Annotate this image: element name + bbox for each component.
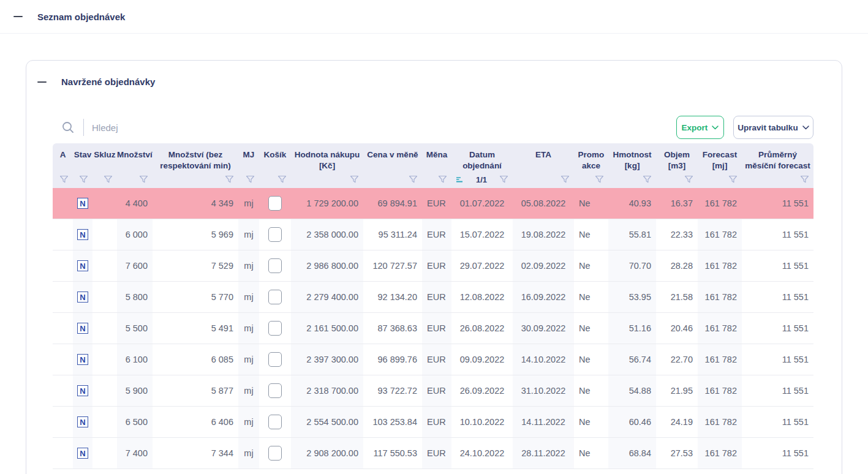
cell-kosik [259,282,291,312]
filter-cell-6 [238,171,259,188]
cell-objem: 16.37 [656,188,698,219]
export-button[interactable]: Export [676,116,724,139]
filter-funnel-icon[interactable] [728,175,738,184]
status-n-icon: N [77,416,88,427]
basket-checkbox[interactable] [268,321,282,336]
collapse-icon[interactable] [13,16,23,17]
column-header-10[interactable]: Měna [422,143,451,171]
status-n-icon: N [77,229,88,240]
cell-prumerny: 11 551 [742,313,813,344]
filter-funnel-icon[interactable] [643,175,652,184]
table-row[interactable]: N5 8005 770mj2 279 400.0092 134.20EUR12.… [53,282,813,313]
filter-funnel-icon[interactable] [438,175,447,184]
column-header-label: Promo akce [574,149,608,171]
filter-funnel-icon[interactable] [350,175,359,184]
filter-funnel-icon[interactable] [409,175,418,184]
status-n-icon: N [77,292,88,303]
cell-mnozstvi: 6 000 [117,219,153,250]
filter-funnel-icon[interactable] [800,175,809,184]
column-header-4[interactable]: Množství [117,143,153,171]
table-row[interactable]: N5 5005 491mj2 161 500.0087 368.63EUR26.… [53,313,813,344]
cell-forecast: 161 782 [698,282,742,312]
cell-empty [53,188,73,219]
basket-checkbox[interactable] [268,196,282,211]
cell-datum: 26.09.2022 [451,375,513,406]
sort-icon[interactable] [456,176,464,183]
column-header-2[interactable]: Stav [73,143,92,171]
filter-funnel-icon[interactable] [684,175,693,184]
cell-mena: EUR [422,407,451,437]
basket-checkbox[interactable] [268,290,282,304]
column-header-1[interactable]: A [53,143,73,171]
filter-funnel-icon[interactable] [499,175,508,184]
filter-funnel-icon[interactable] [246,175,255,184]
filter-funnel-icon[interactable] [595,175,604,184]
column-header-16[interactable]: Forecast [mj] [698,143,742,171]
table-row[interactable]: N6 5006 406mj2 554 500.00103 253.84EUR10… [53,407,813,438]
filter-funnel-icon[interactable] [59,175,69,184]
basket-checkbox[interactable] [268,415,282,429]
column-header-label: Skluz [94,149,115,160]
column-header-17[interactable]: Průměrný měsíční forecast [742,143,813,171]
cell-prumerny: 11 551 [742,438,813,468]
table-header: AStavSkluzMnožstvíMnožství (bez respekto… [53,143,813,188]
cell-datum: 09.09.2022 [451,344,513,375]
basket-checkbox[interactable] [268,227,282,242]
basket-checkbox[interactable] [268,258,282,273]
cell-cena: 120 727.57 [363,250,422,281]
cell-stav: N [73,282,92,312]
column-header-12[interactable]: ETA [513,143,574,171]
filter-funnel-icon[interactable] [79,175,88,184]
filter-funnel-icon[interactable] [139,175,148,184]
cell-hodnota: 2 279 400.00 [291,282,363,312]
cell-eta: 05.08.2022 [513,188,574,219]
column-header-6[interactable]: MJ [238,143,259,171]
cell-mena: EUR [422,219,451,250]
column-header-7[interactable]: Košík [259,143,291,171]
cell-mnozstvi_bez: 4 349 [153,188,238,219]
cell-cena: 96 899.76 [363,344,422,375]
filter-funnel-icon[interactable] [225,175,234,184]
cell-mena: EUR [422,344,451,375]
basket-checkbox[interactable] [268,352,282,367]
cell-prumerny: 11 551 [742,407,813,437]
filter-funnel-icon[interactable] [104,175,113,184]
cell-mj: mj [238,438,259,468]
table-row[interactable]: N7 4007 344mj2 908 200.00117 550.53EUR24… [53,438,813,469]
cell-forecast: 161 782 [698,313,742,344]
cell-eta: 14.11.2022 [513,407,574,437]
basket-checkbox[interactable] [268,446,282,461]
cell-objem: 28.28 [656,250,698,281]
cell-stav: N [73,375,92,406]
filter-cell-15 [656,171,698,188]
table-row[interactable]: N5 9005 877mj2 318 700.0093 722.72EUR26.… [53,375,813,407]
filter-funnel-icon[interactable] [277,175,287,184]
cell-hmotnost: 56.74 [608,344,656,375]
table-row[interactable]: N4 4004 349mj1 729 200.0069 894.91EUR01.… [53,188,813,219]
table-toolbar: Export Upravit tabulku [53,111,813,143]
cell-stav: N [73,344,92,375]
cell-forecast: 161 782 [698,188,742,219]
column-header-8[interactable]: Hodnota nákupu [Kč] [291,143,363,171]
filter-funnel-icon[interactable] [560,175,570,184]
column-header-11[interactable]: Datum objednání [451,143,513,171]
edit-table-button[interactable]: Upravit tabulku [733,116,813,139]
column-header-13[interactable]: Promo akce [574,143,608,171]
table-row[interactable]: N7 6007 529mj2 986 800.00120 727.57EUR29… [53,250,813,282]
column-header-3[interactable]: Skluz [92,143,117,171]
search-input[interactable] [92,122,276,133]
basket-checkbox[interactable] [268,383,282,398]
cell-hodnota: 2 161 500.00 [291,313,363,344]
cell-kosik [259,219,291,250]
filter-cell-14 [608,171,656,188]
cell-promo: Ne [574,219,608,250]
table-row[interactable]: N6 1006 085mj2 397 300.0096 899.76EUR09.… [53,344,813,375]
cell-mj: mj [238,375,259,406]
cell-mj: mj [238,219,259,250]
column-header-5[interactable]: Množství (bez respektování min) [153,143,238,171]
column-header-9[interactable]: Cena v měně [363,143,422,171]
column-header-15[interactable]: Objem [m3] [656,143,698,171]
column-header-14[interactable]: Hmotnost [kg] [608,143,656,171]
panel-collapse-icon[interactable] [37,81,47,83]
table-row[interactable]: N6 0005 969mj2 358 000.0095 311.24EUR15.… [53,219,813,250]
